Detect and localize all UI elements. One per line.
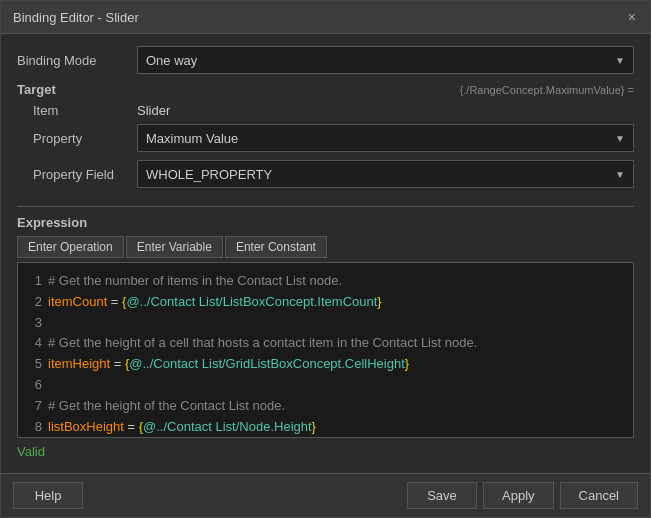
property-arrow-icon: ▼	[615, 133, 625, 144]
binding-mode-dropdown[interactable]: One way ▼	[137, 46, 634, 74]
expression-section: Expression Enter Operation Enter Variabl…	[17, 215, 634, 461]
binding-mode-label: Binding Mode	[17, 53, 137, 68]
valid-status: Valid	[17, 444, 634, 459]
code-line-2: 2 itemCount = {@../Contact List/ListBoxC…	[26, 292, 625, 313]
property-field-value: WHOLE_PROPERTY	[146, 167, 272, 182]
code-line-1: 1 # Get the number of items in the Conta…	[26, 271, 625, 292]
apply-button[interactable]: Apply	[483, 482, 554, 509]
code-line-7: 7 # Get the height of the Contact List n…	[26, 396, 625, 417]
target-item-row: Item Slider	[17, 103, 634, 118]
property-label: Property	[17, 131, 137, 146]
target-header: Target {./RangeConcept.MaximumValue} =	[17, 82, 634, 97]
item-value: Slider	[137, 103, 170, 118]
footer: Help Save Apply Cancel	[1, 473, 650, 517]
property-dropdown[interactable]: Maximum Value ▼	[137, 124, 634, 152]
code-line-5: 5 itemHeight = {@../Contact List/GridLis…	[26, 354, 625, 375]
enter-constant-button[interactable]: Enter Constant	[225, 236, 327, 258]
cancel-button[interactable]: Cancel	[560, 482, 638, 509]
property-field-row: Property Field WHOLE_PROPERTY ▼	[17, 160, 634, 188]
target-path: {./RangeConcept.MaximumValue} =	[460, 84, 634, 96]
code-line-8: 8 listBoxHeight = {@../Contact List/Node…	[26, 417, 625, 438]
dialog-content: Binding Mode One way ▼ Target {./RangeCo…	[1, 34, 650, 473]
property-row: Property Maximum Value ▼	[17, 124, 634, 152]
dialog-title: Binding Editor - Slider	[13, 10, 139, 25]
property-field-dropdown[interactable]: WHOLE_PROPERTY ▼	[137, 160, 634, 188]
enter-variable-button[interactable]: Enter Variable	[126, 236, 223, 258]
footer-right-buttons: Save Apply Cancel	[407, 482, 638, 509]
property-value: Maximum Value	[146, 131, 238, 146]
code-line-3: 3	[26, 313, 625, 334]
binding-mode-row: Binding Mode One way ▼	[17, 46, 634, 74]
target-section: Target {./RangeConcept.MaximumValue} = I…	[17, 82, 634, 196]
code-line-4: 4 # Get the height of a cell that hosts …	[26, 333, 625, 354]
expression-editor[interactable]: 1 # Get the number of items in the Conta…	[17, 262, 634, 438]
item-label: Item	[33, 103, 137, 118]
binding-editor-dialog: Binding Editor - Slider × Binding Mode O…	[0, 0, 651, 518]
property-field-arrow-icon: ▼	[615, 169, 625, 180]
title-bar: Binding Editor - Slider ×	[1, 1, 650, 34]
expression-title: Expression	[17, 215, 634, 230]
help-button[interactable]: Help	[13, 482, 83, 509]
save-button[interactable]: Save	[407, 482, 477, 509]
code-line-9: 9	[26, 437, 625, 438]
property-field-label: Property Field	[17, 167, 137, 182]
binding-mode-arrow-icon: ▼	[615, 55, 625, 66]
close-button[interactable]: ×	[626, 9, 638, 25]
separator	[17, 206, 634, 207]
binding-mode-value: One way	[146, 53, 197, 68]
expression-toolbar: Enter Operation Enter Variable Enter Con…	[17, 236, 634, 258]
code-line-6: 6	[26, 375, 625, 396]
enter-operation-button[interactable]: Enter Operation	[17, 236, 124, 258]
target-section-title: Target	[17, 82, 56, 97]
